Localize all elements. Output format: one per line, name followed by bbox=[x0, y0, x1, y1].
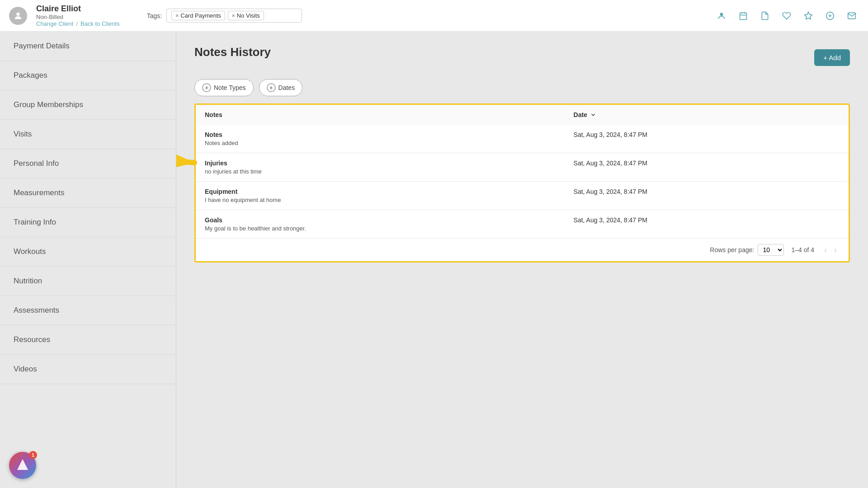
table-row: Notes Notes added Sat, Aug 3, 2024, 8:47… bbox=[196, 125, 849, 153]
sidebar-item-personal-info[interactable]: Personal Info bbox=[0, 149, 176, 178]
tag-card-payments: × Card Payments bbox=[171, 11, 225, 20]
note-type-4: Goals bbox=[205, 216, 556, 224]
dates-plus-icon: + bbox=[267, 83, 276, 92]
col-notes: Notes bbox=[196, 105, 565, 125]
note-text-2: no injuries at this time bbox=[205, 168, 556, 175]
star-icon[interactable] bbox=[801, 9, 816, 23]
add-button[interactable]: + Add bbox=[814, 49, 850, 66]
note-date-2: Sat, Aug 3, 2024, 8:47 PM bbox=[565, 153, 849, 182]
sidebar-item-resources[interactable]: Resources bbox=[0, 325, 176, 355]
app-logo-icon bbox=[14, 457, 31, 474]
sidebar-item-packages[interactable]: Packages bbox=[0, 61, 176, 90]
note-types-label: Note Types bbox=[214, 84, 246, 91]
tags-area: Tags: × Card Payments × No Visits bbox=[147, 9, 705, 23]
svg-marker-6 bbox=[805, 12, 812, 19]
note-text-3: I have no equipment at home bbox=[205, 197, 556, 203]
note-types-plus-icon: + bbox=[202, 83, 211, 92]
sidebar-item-assessments[interactable]: Assessments bbox=[0, 296, 176, 325]
notification-badge: 1 bbox=[29, 451, 37, 459]
table-row: Equipment I have no equipment at home Sa… bbox=[196, 182, 849, 210]
note-cell-3: Equipment I have no equipment at home bbox=[196, 182, 565, 210]
sidebar: Payment Details Packages Group Membershi… bbox=[0, 32, 176, 488]
tags-container: × Card Payments × No Visits bbox=[166, 9, 302, 23]
rows-per-page: Rows per page: 10 25 50 100 bbox=[710, 244, 784, 256]
note-date-1: Sat, Aug 3, 2024, 8:47 PM bbox=[565, 125, 849, 153]
sort-desc-icon bbox=[590, 112, 596, 118]
header: Claire Elliot Non-Billed Change Client /… bbox=[0, 0, 868, 32]
sidebar-item-group-memberships[interactable]: Group Memberships bbox=[0, 90, 176, 120]
note-cell-4: Goals My goal is to be healthier and str… bbox=[196, 210, 565, 239]
filter-row: + Note Types + Dates bbox=[194, 79, 850, 96]
note-types-filter-button[interactable]: + Note Types bbox=[194, 79, 254, 96]
client-status: Non-Billed bbox=[36, 14, 120, 20]
notes-table: Notes Date Notes Notes added bbox=[196, 105, 849, 238]
page-navigation: ‹ › bbox=[821, 244, 840, 256]
dates-filter-button[interactable]: + Dates bbox=[259, 79, 303, 96]
svg-point-0 bbox=[16, 12, 19, 15]
document-icon[interactable] bbox=[758, 9, 772, 23]
prev-page-button[interactable]: ‹ bbox=[821, 244, 830, 256]
title-row: Notes History + Add bbox=[194, 45, 850, 70]
pagination-row: Rows per page: 10 25 50 100 1–4 of 4 ‹ › bbox=[196, 238, 849, 261]
tags-label: Tags: bbox=[147, 12, 162, 19]
sidebar-item-training-info[interactable]: Training Info bbox=[0, 208, 176, 237]
calendar-icon[interactable] bbox=[736, 9, 750, 23]
tag-label-card-payments: Card Payments bbox=[180, 12, 221, 19]
col-date[interactable]: Date bbox=[565, 105, 849, 125]
header-icons bbox=[714, 9, 859, 23]
rows-per-page-label: Rows per page: bbox=[710, 246, 754, 253]
note-date-3: Sat, Aug 3, 2024, 8:47 PM bbox=[565, 182, 849, 210]
client-avatar bbox=[9, 7, 27, 25]
rows-per-page-select[interactable]: 10 25 50 100 bbox=[758, 244, 784, 256]
page-info: 1–4 of 4 bbox=[791, 246, 814, 253]
plus-action-icon[interactable] bbox=[823, 9, 837, 23]
svg-marker-11 bbox=[17, 459, 28, 470]
sidebar-item-nutrition[interactable]: Nutrition bbox=[0, 267, 176, 296]
note-text-4: My goal is to be healthier and stronger. bbox=[205, 225, 556, 232]
client-links: Change Client / Back to Clients bbox=[36, 20, 120, 27]
note-type-1: Notes bbox=[205, 131, 556, 138]
link-separator: / bbox=[76, 20, 78, 27]
note-type-3: Equipment bbox=[205, 188, 556, 195]
client-info: Claire Elliot Non-Billed Change Client /… bbox=[36, 4, 120, 27]
note-text-1: Notes added bbox=[205, 140, 556, 146]
sidebar-item-payment-details[interactable]: Payment Details bbox=[0, 32, 176, 61]
sidebar-item-measurements[interactable]: Measurements bbox=[0, 178, 176, 208]
notes-table-wrapper: Notes Date Notes Notes added bbox=[194, 103, 850, 263]
svg-rect-2 bbox=[740, 13, 747, 19]
next-page-button[interactable]: › bbox=[831, 244, 840, 256]
table-row: Injuries no injuries at this time Sat, A… bbox=[196, 153, 849, 182]
table-row: Goals My goal is to be healthier and str… bbox=[196, 210, 849, 239]
svg-point-1 bbox=[720, 13, 723, 16]
dates-label: Dates bbox=[278, 84, 295, 91]
sidebar-item-visits[interactable]: Visits bbox=[0, 120, 176, 149]
back-to-clients-link[interactable]: Back to Clients bbox=[80, 20, 120, 27]
sidebar-item-workouts[interactable]: Workouts bbox=[0, 237, 176, 267]
main-layout: Payment Details Packages Group Membershi… bbox=[0, 32, 868, 488]
page-title: Notes History bbox=[194, 45, 271, 59]
sidebar-item-videos[interactable]: Videos bbox=[0, 355, 176, 384]
note-cell-1: Notes Notes added bbox=[196, 125, 565, 153]
tag-close-card-payments[interactable]: × bbox=[175, 13, 179, 19]
main-content: Notes History + Add + Note Types + Dates… bbox=[176, 32, 868, 488]
tag-no-visits: × No Visits bbox=[228, 11, 264, 20]
note-type-2: Injuries bbox=[205, 160, 556, 167]
client-name: Claire Elliot bbox=[36, 4, 120, 14]
tag-close-no-visits[interactable]: × bbox=[232, 13, 235, 19]
note-cell-2: Injuries no injuries at this time bbox=[196, 153, 565, 182]
person-profile-icon[interactable] bbox=[714, 9, 729, 23]
mail-icon[interactable] bbox=[844, 9, 859, 23]
change-client-link[interactable]: Change Client bbox=[36, 20, 73, 27]
heart-icon[interactable] bbox=[779, 9, 794, 23]
tag-label-no-visits: No Visits bbox=[237, 12, 260, 19]
note-date-4: Sat, Aug 3, 2024, 8:47 PM bbox=[565, 210, 849, 239]
app-logo-button[interactable]: 1 bbox=[9, 452, 36, 479]
